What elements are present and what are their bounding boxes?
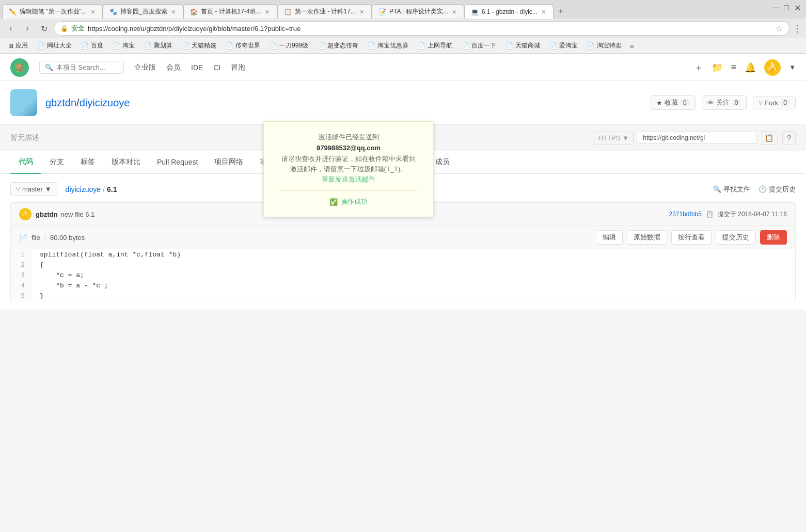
- tab-3[interactable]: 🏠 首页 - 计算机17-4班... ×: [183, 4, 277, 19]
- file-info-bar: 📄 file | 80.00 bytes 编辑 原始数据 按行查看 提交历史 删…: [10, 226, 796, 249]
- notification-sent-label: 激活邮件已经发送到: [279, 132, 418, 143]
- tab-3-close[interactable]: ×: [264, 7, 271, 17]
- resend-link[interactable]: 重新发送激活邮件: [322, 175, 375, 183]
- search-icon: 🔍: [45, 63, 53, 71]
- bookmark-9[interactable]: 📄 淘宝优惠券: [364, 40, 413, 51]
- branch-selector[interactable]: ⑂ master ▼: [10, 182, 57, 196]
- nav-member[interactable]: 会员: [166, 63, 181, 72]
- dropdown-arrow-icon[interactable]: ▼: [789, 63, 796, 71]
- maximize-button[interactable]: □: [784, 3, 789, 13]
- tab-6-close[interactable]: ×: [541, 7, 547, 17]
- bookmark-5[interactable]: 📄 天猫精选: [178, 40, 220, 51]
- site-logo[interactable]: 🐒: [10, 58, 29, 77]
- tab-compare[interactable]: 版本对比: [103, 151, 149, 174]
- repo-name-link[interactable]: diyicizuoye: [80, 97, 130, 108]
- tab-1-close[interactable]: ×: [90, 7, 96, 17]
- bookmark-11-icon: 📄: [462, 42, 469, 50]
- tab-2-close[interactable]: ×: [170, 7, 177, 17]
- clone-protocol-dropdown[interactable]: HTTPS ▼: [594, 132, 634, 144]
- forward-button[interactable]: ›: [21, 22, 34, 35]
- nav-bubble[interactable]: 冒泡: [231, 63, 245, 72]
- bookmark-apps[interactable]: ⊞ 应用: [4, 40, 32, 51]
- back-button[interactable]: ‹: [4, 22, 18, 35]
- file-type-icon: 📄: [19, 234, 27, 241]
- success-message: ✅ 操作成功: [279, 197, 418, 206]
- bookmark-4[interactable]: 📄 聚划算: [140, 40, 177, 51]
- reload-button[interactable]: ↻: [37, 22, 51, 35]
- bookmark-6-label: 传奇世界: [235, 41, 260, 50]
- bookmark-8[interactable]: 📄 超变态传奇: [313, 40, 362, 51]
- avatar[interactable]: 🍌: [764, 59, 781, 76]
- tab-code[interactable]: 代码: [10, 151, 41, 174]
- search-box[interactable]: 🔍: [39, 61, 124, 74]
- file-separator: |: [44, 234, 46, 241]
- tab-branches[interactable]: 分支: [41, 151, 72, 174]
- bookmark-11[interactable]: 📄 百度一下: [457, 40, 500, 51]
- folder-icon[interactable]: 📁: [712, 62, 723, 73]
- find-file-button[interactable]: 🔍 寻找文件: [713, 185, 750, 194]
- bell-icon[interactable]: 🔔: [745, 62, 756, 73]
- bookmarks-more[interactable]: »: [627, 41, 637, 51]
- bookmark-2-icon: 📄: [81, 42, 89, 50]
- commit-avatar: 🍌: [19, 208, 31, 220]
- code-line-4: 4 *b = a - *c ;: [11, 280, 795, 291]
- bookmark-12[interactable]: 📄 天猫商城: [501, 40, 544, 51]
- bookmark-3[interactable]: 📄 淘宝: [108, 40, 139, 51]
- tab-1[interactable]: ✏️ 编辑随笔 "第一次作业"... ×: [2, 4, 103, 19]
- clone-url-input[interactable]: [638, 132, 756, 144]
- new-tab-button[interactable]: +: [554, 4, 568, 19]
- commit-history-button[interactable]: 🕐 提交历史: [758, 185, 796, 194]
- success-text: 操作成功: [341, 197, 368, 206]
- tab-4[interactable]: 📋 第一次作业 - 计科17... ×: [277, 4, 372, 19]
- clone-help-button[interactable]: ?: [782, 131, 796, 144]
- bookmark-6[interactable]: 📄 传奇世界: [222, 40, 264, 51]
- watch-button[interactable]: 👁 关注 0: [702, 95, 747, 110]
- delete-button[interactable]: 删除: [760, 230, 787, 245]
- breadcrumb-repo-link[interactable]: diyicizuoye: [66, 185, 101, 194]
- bookmark-13[interactable]: 📄 爱淘宝: [545, 40, 582, 51]
- tab-pull-request[interactable]: Pull Request: [149, 152, 206, 173]
- bookmark-star-icon[interactable]: ☆: [776, 24, 783, 34]
- bookmark-10[interactable]: 📄 上网导航: [414, 40, 456, 51]
- notification-popup: 激活邮件已经发送到 979988532@qq.com 请尽快查收并进行验证，如在…: [263, 121, 434, 217]
- minimize-button[interactable]: ─: [773, 3, 779, 13]
- tab-tags[interactable]: 标签: [72, 151, 103, 174]
- fork-button[interactable]: ⑂ Fork 0: [753, 96, 796, 109]
- tab-5-favicon: 📝: [378, 8, 386, 15]
- tab-network[interactable]: 项目网络: [206, 151, 251, 174]
- history-button[interactable]: 提交历史: [716, 230, 756, 245]
- address-bar[interactable]: 🔒 安全 https://coding.net/u/gbztdn/p/diyic…: [54, 21, 789, 36]
- bookmark-13-label: 爱淘宝: [559, 41, 578, 50]
- star-button[interactable]: ★ 收藏 0: [651, 95, 696, 110]
- bookmark-1[interactable]: 📄 网址大全: [33, 40, 76, 51]
- tab-5[interactable]: 📝 PTA | 程序设计类实... ×: [372, 4, 464, 19]
- list-icon[interactable]: ≡: [731, 62, 737, 73]
- tab-5-close[interactable]: ×: [451, 7, 457, 17]
- bookmark-2[interactable]: 📄 百度: [77, 40, 107, 51]
- nav-enterprise[interactable]: 企业版: [134, 63, 156, 72]
- clone-copy-button[interactable]: 📋: [761, 131, 778, 144]
- close-button[interactable]: ✕: [794, 3, 801, 13]
- nav-ide[interactable]: IDE: [191, 63, 203, 72]
- copy-hash-icon[interactable]: 📋: [706, 211, 714, 218]
- search-input[interactable]: [56, 63, 118, 71]
- watch-count: 0: [732, 99, 741, 106]
- star-count: 0: [680, 99, 690, 106]
- nav-ci[interactable]: CI: [213, 63, 220, 72]
- bookmark-4-icon: 📄: [144, 42, 152, 50]
- bookmark-4-label: 聚划算: [154, 41, 172, 50]
- site-header: 🐒 🔍 企业版 会员 IDE CI 冒泡 ＋ 📁 ≡ 🔔 🍌 ▼: [0, 54, 806, 81]
- repo-owner-link[interactable]: gbztdn: [45, 97, 76, 108]
- tab-4-close[interactable]: ×: [359, 7, 365, 17]
- bookmark-7[interactable]: 📄 一刀999级: [265, 40, 312, 51]
- bookmark-14[interactable]: 📄 淘宝特卖: [583, 40, 626, 51]
- commit-hash[interactable]: 2371bdfbb5: [669, 211, 702, 218]
- raw-button[interactable]: 原始数据: [627, 230, 667, 245]
- tab-2[interactable]: 🐾 博客园_百度搜索 ×: [103, 4, 183, 19]
- fork-count: 0: [780, 99, 790, 106]
- edit-button[interactable]: 编辑: [596, 230, 623, 245]
- tab-6[interactable]: 💻 6.1 - gbztdn - diyic... ×: [464, 4, 554, 19]
- menu-button[interactable]: ⋮: [793, 23, 802, 34]
- plus-icon[interactable]: ＋: [694, 61, 703, 74]
- blame-button[interactable]: 按行查看: [671, 230, 712, 245]
